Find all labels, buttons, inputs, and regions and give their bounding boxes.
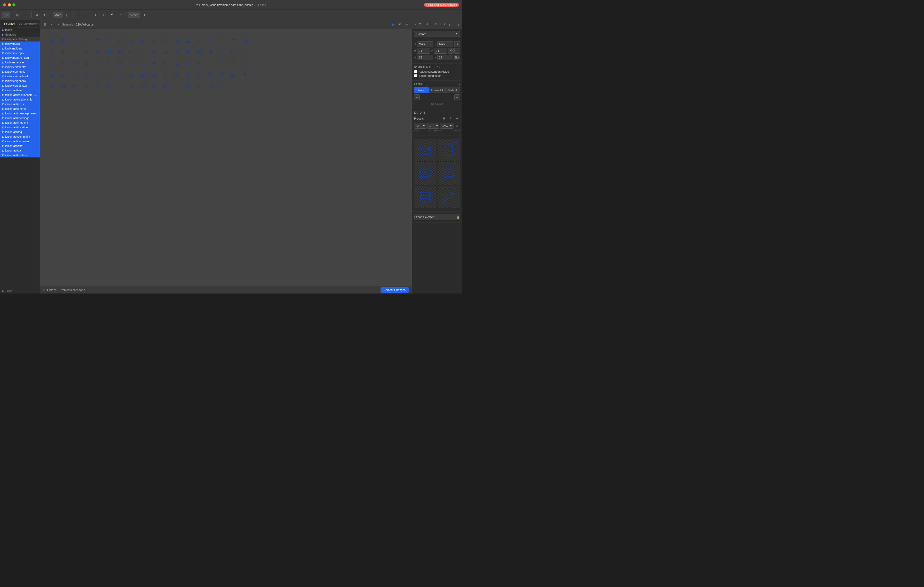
export-edit-btn[interactable]: ✎ [448, 116, 454, 122]
layer-item-10[interactable]: ⊡ ic/device/desktop [0, 83, 40, 88]
icon-scan[interactable] [206, 70, 215, 79]
icon-clock-2[interactable] [138, 81, 147, 91]
icon-suitcase[interactable] [240, 36, 249, 45]
inspector-list-btn[interactable]: ≡ [414, 21, 417, 27]
align-center-btn[interactable]: ⊢ [429, 21, 433, 27]
align-middle-v[interactable]: ⊻ [108, 12, 116, 18]
layout-vertical-btn[interactable]: Vertical [445, 87, 460, 93]
layer-item-20[interactable]: ⊡ ic/contact/faq [0, 130, 40, 134]
icon-tool-2[interactable] [127, 59, 136, 68]
icon-doc-list[interactable] [172, 81, 181, 91]
layer-item-15[interactable]: ⊡ ic/contact/phone [0, 107, 40, 111]
distribute-h-btn[interactable]: ↑ [452, 21, 456, 27]
icon-plane[interactable] [240, 70, 249, 79]
icon-globe-2[interactable] [161, 81, 170, 91]
icon-chat-bubble[interactable] [229, 48, 238, 57]
layer-item-21[interactable]: ⊡ ic/contact/complaint [0, 134, 40, 139]
layer-item-4[interactable]: ⊡ ic/divers/bank_add [0, 55, 40, 60]
icon-person-3[interactable] [161, 70, 170, 79]
icon-chart[interactable] [161, 48, 170, 57]
icon-more[interactable] [81, 36, 91, 45]
layer-item-icons[interactable]: ▶ Icons [0, 28, 40, 32]
icon-star[interactable] [127, 81, 136, 91]
export-add-btn[interactable]: + [454, 116, 460, 122]
icon-circle-arrow[interactable] [217, 70, 227, 79]
layout-none-btn[interactable]: None [414, 87, 429, 93]
icon-history[interactable] [149, 81, 158, 91]
add-button[interactable]: + ▾ [2, 12, 10, 18]
layer-item-11[interactable]: ⊡ ic/contact/sav [0, 88, 40, 92]
layer-item-23[interactable]: ⊡ ic/contact/chat [0, 143, 40, 148]
y2-input[interactable] [437, 54, 453, 60]
layer-item-5[interactable]: ⊡ ic/divers/article [0, 60, 40, 65]
custom-type-dropdown[interactable]: Custom ▾ [414, 31, 460, 37]
text-size-button[interactable]: Aa ▾ [53, 12, 63, 18]
fit-button[interactable]: Fit [454, 41, 460, 47]
icon-home[interactable] [183, 36, 193, 45]
layer-item-6[interactable]: ⊡ ic/device/tablette [0, 65, 40, 69]
icon-list[interactable] [92, 36, 102, 45]
layer-item-13[interactable]: ⊡ ic/contact/relationship [0, 97, 40, 102]
layer-item-8[interactable]: ⊡ ic/device/macbook [0, 74, 40, 79]
icon-doc-lines-2[interactable] [47, 81, 56, 91]
commit-changes-button[interactable]: Commit Changes [381, 287, 409, 293]
icon-shield[interactable] [127, 36, 136, 45]
icon-filter-list[interactable] [195, 59, 204, 68]
layer-item-22[interactable]: ⊡ ic/contact/comment [0, 139, 40, 143]
icon-send[interactable] [104, 81, 113, 91]
icon-chevron-left[interactable] [183, 59, 193, 68]
canvas-settings[interactable]: ⚙ [397, 21, 403, 27]
layer-item-18[interactable]: ⊡ ic/contact/meeting [0, 120, 40, 125]
layer-item-17[interactable]: ⊡ ic/contact/message [0, 116, 40, 120]
layout-distribute-right[interactable]: → [454, 94, 460, 100]
icon-arrow-left[interactable] [195, 70, 204, 79]
adjust-content-checkbox[interactable] [414, 70, 417, 73]
tab-components[interactable]: COMPONENTS [17, 21, 42, 27]
icon-mic[interactable] [138, 48, 147, 57]
layout-distribute-left[interactable]: ← [414, 94, 420, 100]
align-top-btn[interactable]: ⊥ [438, 21, 442, 27]
icon-login[interactable] [70, 59, 79, 68]
icon-thumb-up[interactable] [229, 70, 238, 79]
icon-diamond[interactable] [217, 59, 227, 68]
align-bottom[interactable]: ↕ [117, 12, 124, 18]
icon-graduate[interactable] [161, 36, 170, 45]
icon-home-lock[interactable] [206, 81, 215, 91]
icon-person-plus[interactable] [172, 48, 181, 57]
filter-bar[interactable]: ⊞ Filter [0, 288, 40, 294]
tab-layers[interactable]: LAYERS [2, 21, 17, 27]
icon-pin[interactable] [149, 59, 158, 68]
icon-text-left[interactable] [229, 36, 238, 45]
layers-toggle[interactable]: ⊞ [14, 12, 21, 18]
icon-lock-open[interactable] [138, 59, 147, 68]
icon-at[interactable] [47, 36, 56, 45]
icon-sliders[interactable] [47, 59, 56, 68]
icon-circle-dot[interactable] [229, 59, 238, 68]
icon-doc-5[interactable] [195, 81, 204, 91]
icon-search-person[interactable] [92, 48, 102, 57]
layout-horizontal-btn[interactable]: Horizontal [429, 87, 444, 93]
align-center-h[interactable]: ⊢ [84, 12, 91, 18]
icon-monitor[interactable] [104, 48, 113, 57]
icon-mail[interactable] [183, 70, 193, 79]
align-left[interactable]: ⊣ [75, 12, 82, 18]
layer-item-3[interactable]: ⊡ ic/divers/empty [0, 51, 40, 55]
icon-pencil[interactable] [81, 70, 91, 79]
canvas-chevron[interactable]: ∨ [404, 21, 410, 27]
layer-item-symbols[interactable]: ▶ Symbols [0, 32, 40, 37]
layer-item-25[interactable]: ⊡ ic/contact/arobase [0, 153, 40, 158]
icon-menu-lines[interactable] [172, 59, 181, 68]
icon-globe[interactable] [138, 70, 147, 79]
icon-doc-3[interactable] [127, 70, 136, 79]
background-color-checkbox[interactable] [414, 74, 417, 77]
icon-plus-circle[interactable] [59, 59, 68, 68]
icon-doc-2[interactable] [104, 59, 113, 68]
icon-search[interactable] [59, 81, 68, 91]
canvas-view-toggle[interactable]: ⊞ [42, 21, 48, 27]
icon-chevron-up[interactable] [70, 36, 79, 45]
icon-table[interactable] [149, 70, 158, 79]
icon-euro[interactable] [195, 48, 204, 57]
icon-scissors[interactable] [115, 48, 125, 57]
tidy-button[interactable]: Tidy [454, 54, 460, 60]
icon-chevron-right[interactable] [92, 70, 102, 79]
